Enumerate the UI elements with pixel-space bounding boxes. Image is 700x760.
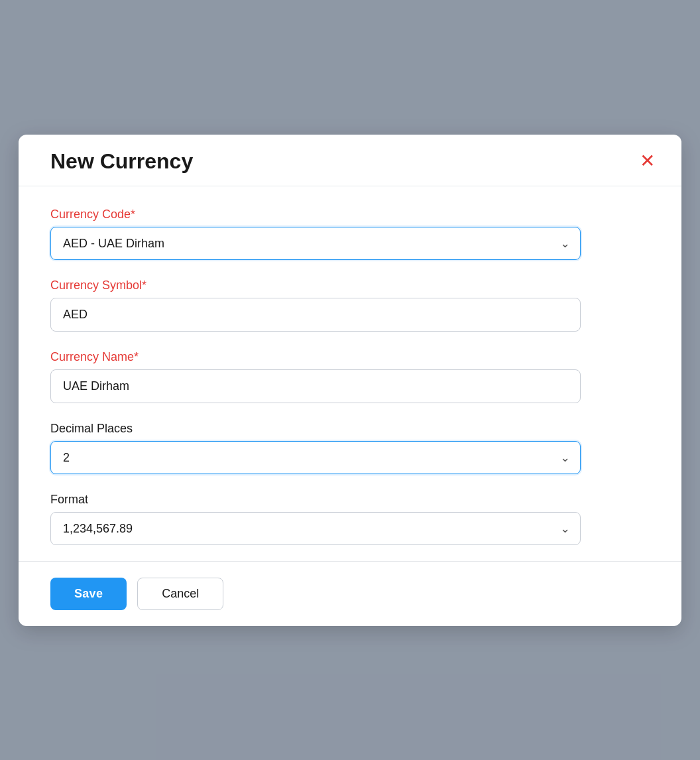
format-group: Format 1,234,567.89 1.234.567,89 1 234 5… bbox=[50, 493, 650, 545]
currency-symbol-input[interactable] bbox=[50, 298, 581, 332]
decimal-places-group: Decimal Places 0 1 2 3 4 ⌄ bbox=[50, 422, 650, 474]
modal-title: New Currency bbox=[50, 149, 193, 174]
currency-name-input[interactable] bbox=[50, 369, 581, 403]
decimal-places-label: Decimal Places bbox=[50, 422, 650, 436]
format-label: Format bbox=[50, 493, 650, 507]
currency-symbol-label: Currency Symbol* bbox=[50, 279, 650, 292]
cancel-button[interactable]: Cancel bbox=[137, 578, 223, 610]
currency-code-label: Currency Code* bbox=[50, 208, 650, 222]
decimal-places-select[interactable]: 0 1 2 3 4 bbox=[50, 441, 581, 474]
currency-name-label: Currency Name* bbox=[50, 350, 650, 364]
close-button[interactable]: ✕ bbox=[634, 149, 660, 173]
modal-overlay: New Currency ✕ Currency Code* AED - UAE … bbox=[0, 0, 700, 760]
currency-code-select[interactable]: AED - UAE Dirham USD - US Dollar EUR - E… bbox=[50, 227, 581, 260]
currency-name-group: Currency Name* bbox=[50, 350, 650, 403]
format-select-wrapper: 1,234,567.89 1.234.567,89 1 234 567.89 ⌄ bbox=[50, 512, 581, 545]
modal-header: New Currency ✕ bbox=[19, 135, 681, 186]
currency-symbol-group: Currency Symbol* bbox=[50, 279, 650, 332]
save-button[interactable]: Save bbox=[50, 578, 127, 610]
modal-body: Currency Code* AED - UAE Dirham USD - US… bbox=[19, 186, 681, 561]
modal-footer: Save Cancel bbox=[19, 561, 681, 626]
currency-code-select-wrapper: AED - UAE Dirham USD - US Dollar EUR - E… bbox=[50, 227, 581, 260]
format-select[interactable]: 1,234,567.89 1.234.567,89 1 234 567.89 bbox=[50, 512, 581, 545]
currency-code-group: Currency Code* AED - UAE Dirham USD - US… bbox=[50, 208, 650, 260]
new-currency-modal: New Currency ✕ Currency Code* AED - UAE … bbox=[19, 135, 681, 626]
decimal-places-select-wrapper: 0 1 2 3 4 ⌄ bbox=[50, 441, 581, 474]
